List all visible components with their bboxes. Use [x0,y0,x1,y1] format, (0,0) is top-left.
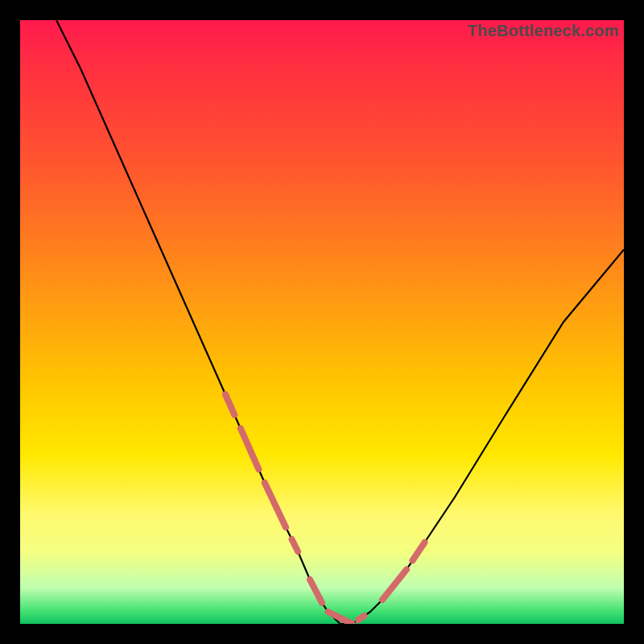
dash-segment [225,394,234,415]
dash-segment [265,483,286,527]
chart-frame: TheBottleneck.com [20,20,624,624]
dash-segment [413,543,425,561]
dash-markers [225,394,425,624]
bottleneck-curve-line [56,20,624,624]
dash-segment [382,570,407,601]
dash-segment [310,580,322,603]
dash-segment [292,539,299,551]
chart-svg [20,20,624,624]
dash-segment [358,616,365,620]
dash-segment [241,428,259,469]
curve-path [56,20,624,624]
dash-segment [328,612,353,624]
